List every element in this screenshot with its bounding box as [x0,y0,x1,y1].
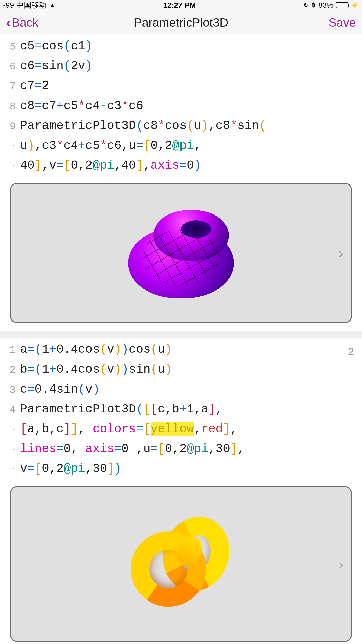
carrier-label: 中国移动 [16,0,47,10]
line-number: 6 [5,56,20,75]
back-button[interactable]: ‹ Back [6,16,38,30]
back-label: Back [12,16,39,29]
code-text: [a,b,c]], colors=[yellow,red], [20,419,357,439]
battery-icon [336,2,348,8]
wrap-dot: · [5,459,20,475]
code-line: · v=[0,2@pi,30]) [5,459,357,479]
clock: 12:27 PM [56,1,303,9]
line-number: 7 [5,76,20,95]
code-line: 2 b=(1+0.4cos(v))sin(u) [5,360,357,379]
line-number: 9 [5,116,20,135]
code-line: · 40],v=[0,2@pi,40],axis=0) [5,156,357,176]
bluetooth-icon: ฿ [311,1,316,9]
chevron-left-icon: ‹ [6,16,11,30]
torus-knot-plot [123,205,239,301]
chevron-right-icon[interactable]: › [338,555,343,573]
code-line: · lines=0, axis=0 ,u=[0,2@pi,30], [5,439,357,459]
code-text: b=(1+0.4cos(v))sin(u) [20,360,357,379]
code-text: c7=2 [20,76,357,96]
line-number: 4 [5,399,20,418]
code-line: 4 ParametricPlot3D([[c,b+1,a], [5,399,357,419]
code-text: ParametricPlot3D(c8*cos(u),c8*sin( [20,116,357,136]
code-line: 3 c=0.4sin(v) [5,379,357,399]
line-number: 2 [5,360,20,379]
battery-percent: 83% [318,1,333,9]
code-line: · [a,b,c]], colors=[yellow,red], [5,419,357,439]
block-index-badge: 2 [348,343,354,361]
linked-tori-plot [123,516,239,612]
code-text: c5=cos(c1) [20,36,357,56]
code-text: c8=c7+c5*c4-c3*c6 [20,96,357,116]
status-left: -99 中国移动 ▲ [3,0,56,10]
code-line: 6 c6=sin(2v) [5,56,357,76]
nav-bar: ‹ Back ParametricPlot3D Save [0,10,362,35]
line-number: 1 [5,339,20,359]
wrap-dot: · [5,419,20,435]
wrap-dot: · [5,136,20,152]
save-button[interactable]: Save [329,16,356,29]
status-right: ↻ ฿ 83% ⚡ [303,1,359,9]
line-number: 8 [5,96,20,115]
code-block-1[interactable]: 5 c5=cos(c1) 6 c6=sin(2v) 7 c7=2 8 c8=c7… [0,35,362,178]
code-text: a=(1+0.4cos(v))cos(u) [20,339,357,359]
code-line: 7 c7=2 [5,76,357,96]
code-text: v=[0,2@pi,30]) [20,459,357,479]
code-line: 5 c5=cos(c1) [5,36,357,56]
line-number: 3 [5,379,20,399]
wifi-icon: ▲ [49,1,56,9]
code-line: 8 c8=c7+c5*c4-c3*c6 [5,96,357,116]
code-text: c6=sin(2v) [20,56,357,76]
plot-output-2[interactable]: › [10,486,352,642]
code-line: 1 a=(1+0.4cos(v))cos(u) [5,339,357,359]
orientation-lock-icon: ↻ [303,1,309,9]
chevron-right-icon[interactable]: › [338,244,343,262]
signal-strength: -99 [3,1,14,9]
content-scroll[interactable]: 5 c5=cos(c1) 6 c6=sin(2v) 7 c7=2 8 c8=c7… [0,35,362,642]
status-bar: -99 中国移动 ▲ 12:27 PM ↻ ฿ 83% ⚡ [0,0,362,10]
code-text: ParametricPlot3D([[c,b+1,a], [20,399,357,419]
wrap-dot: · [5,156,20,172]
code-block-2[interactable]: 2 1 a=(1+0.4cos(v))cos(u) 2 b=(1+0.4cos(… [0,338,362,481]
code-text: 40],v=[0,2@pi,40],axis=0) [20,156,357,176]
code-text: c=0.4sin(v) [20,379,357,399]
wrap-dot: · [5,439,20,455]
code-line: 9 ParametricPlot3D(c8*cos(u),c8*sin( [5,116,357,136]
plot-output-1[interactable]: › [10,183,352,323]
code-text: u),c3*c4+c5*c6,u=[0,2@pi, [20,136,357,156]
line-number: 5 [5,36,20,55]
block-separator [0,331,362,338]
charging-bolt-icon: ⚡ [351,1,359,9]
page-title: ParametricPlot3D [0,16,362,29]
code-line: · u),c3*c4+c5*c6,u=[0,2@pi, [5,136,357,156]
plot-wireframe [123,205,239,301]
code-text: lines=0, axis=0 ,u=[0,2@pi,30], [20,439,357,459]
